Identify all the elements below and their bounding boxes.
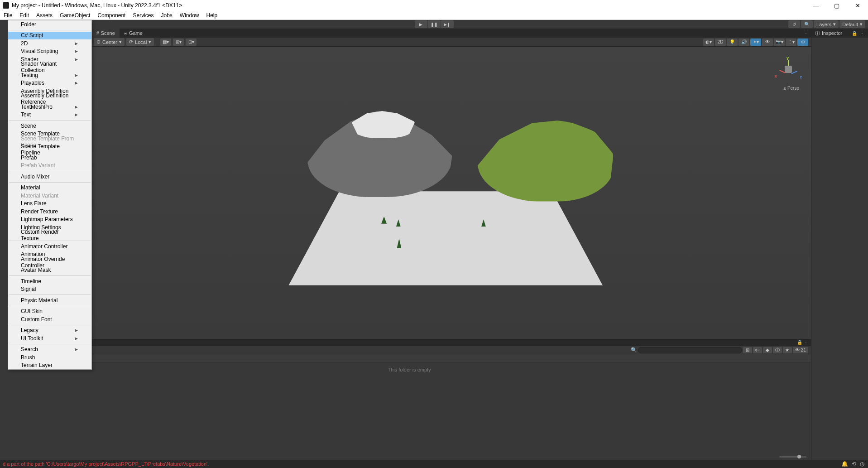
close-button[interactable]: ✕ <box>847 0 868 11</box>
context-menu-label: Render Texture <box>21 208 58 215</box>
snap-settings-button[interactable]: ⊡▾ <box>186 39 197 46</box>
menu-edit[interactable]: Edit <box>16 11 33 19</box>
tool-handle-pivot[interactable]: ⊙Center▾ <box>94 38 125 46</box>
inspector-tab-label[interactable]: Inspector <box>822 30 842 36</box>
gizmos-dropdown[interactable]: ⋮▾ <box>786 39 796 46</box>
context-menu-item[interactable]: Shader Variant Collection <box>8 63 91 72</box>
context-menu-item[interactable]: Assembly Definition Reference <box>8 95 91 103</box>
persp-label[interactable]: ≤ Persp <box>784 86 799 91</box>
favorite-icon[interactable]: ★ <box>783 347 792 353</box>
grid-snap-button[interactable]: ▦▾ <box>160 39 171 46</box>
context-menu-item[interactable]: Visual Scripting▶ <box>8 48 91 56</box>
create-asset-context-menu: FolderC# Script2D▶Visual Scripting▶Shade… <box>8 20 92 370</box>
context-menu-item[interactable]: GUI Skin <box>8 308 91 316</box>
context-menu-item[interactable]: Scene <box>8 122 91 130</box>
search-by-type-button[interactable]: ⊞ <box>743 347 752 353</box>
context-menu-item[interactable]: 2D▶ <box>8 39 91 48</box>
thumbnail-size-slider[interactable] <box>779 456 806 458</box>
lock-icon[interactable]: 🔒 <box>852 31 857 36</box>
2d-toggle-button[interactable]: 2D <box>715 39 726 46</box>
context-menu-item[interactable]: Audio Mixer <box>8 173 91 181</box>
save-search-button[interactable]: ◆ <box>763 347 772 353</box>
context-menu-label: Signal <box>21 286 36 292</box>
gizmo-cube[interactable] <box>785 66 792 73</box>
context-menu-item[interactable]: Timeline <box>8 277 91 285</box>
search-by-label-button[interactable]: 🏷 <box>753 347 762 353</box>
search-button[interactable]: 🔍 <box>801 20 813 28</box>
settings-icon[interactable]: ⓘ <box>773 347 782 353</box>
context-menu-item[interactable]: TextMeshPro▶ <box>8 103 91 111</box>
layout-dropdown[interactable]: Default▾ <box>839 20 865 28</box>
orientation-gizmo[interactable]: y x z <box>775 56 802 83</box>
pause-button[interactable]: ❚❚ <box>428 20 441 28</box>
status-error-message[interactable]: d a part of the path 'C:\Users\targo\My … <box>0 461 209 467</box>
gizmo-toggle[interactable]: ⚙ <box>797 39 808 46</box>
gizmo-x-axis[interactable]: x <box>775 74 777 78</box>
context-menu-item[interactable]: C# Script <box>8 32 91 40</box>
context-menu-item[interactable]: Brush <box>8 353 91 362</box>
menu-jobs[interactable]: Jobs <box>157 11 176 19</box>
context-menu-label: Material <box>21 184 40 191</box>
fx-toggle[interactable]: ✦▾ <box>750 39 761 46</box>
context-menu-item[interactable]: Custom Render Texture <box>8 232 91 240</box>
minimize-button[interactable]: — <box>806 0 826 11</box>
camera-settings-button[interactable]: 📷▾ <box>774 39 785 46</box>
hidden-count[interactable]: 👁21 <box>793 347 808 353</box>
gizmo-y-axis[interactable]: y <box>786 56 789 60</box>
step-button[interactable]: ▶❙ <box>441 20 454 28</box>
context-menu-item[interactable]: Render Texture <box>8 207 91 216</box>
context-menu-label: UI Toolkit <box>21 335 43 342</box>
panel-options-icon[interactable]: ⋮ <box>804 31 808 36</box>
menu-component[interactable]: Component <box>94 11 129 19</box>
tab-scene[interactable]: #Scene <box>92 29 120 38</box>
lock-icon[interactable]: 🔒 <box>797 340 802 346</box>
audio-toggle[interactable]: 🔊 <box>739 39 749 46</box>
snap-increment-button[interactable]: ⊞▾ <box>173 39 184 46</box>
tab-game[interactable]: ∞Game <box>120 29 147 38</box>
context-menu-item[interactable]: UI Toolkit▶ <box>8 334 91 343</box>
menu-window[interactable]: Window <box>176 11 203 19</box>
context-menu-item[interactable]: Lens Flare <box>8 200 91 208</box>
context-menu-item[interactable]: Custom Font <box>8 315 91 323</box>
context-menu-item[interactable]: Animator Controller <box>8 242 91 251</box>
menu-gameobject[interactable]: GameObject <box>56 11 94 19</box>
context-menu-item[interactable]: Avatar Mask <box>8 266 91 275</box>
draw-mode-button[interactable]: ◐▾ <box>703 39 714 46</box>
context-menu-label: Search <box>21 346 38 352</box>
layers-dropdown[interactable]: Layers▾ <box>814 20 839 28</box>
project-search-input[interactable] <box>638 347 742 353</box>
eye-off-icon: 👁 <box>795 347 800 352</box>
gizmo-z-axis[interactable]: z <box>800 75 802 79</box>
menu-services[interactable]: Services <box>129 11 157 19</box>
project-breadcrumb[interactable]: Scripts <box>8 354 811 362</box>
panel-options-icon[interactable]: ⋮ <box>860 31 864 36</box>
play-button[interactable]: ▶ <box>415 20 427 28</box>
context-menu-item[interactable]: Lightmap Parameters <box>8 216 91 224</box>
menu-help[interactable]: Help <box>203 11 221 19</box>
lighting-toggle[interactable]: 💡 <box>727 39 738 46</box>
context-menu-item[interactable]: Signal <box>8 285 91 294</box>
menu-file[interactable]: File <box>0 11 16 19</box>
context-menu-item[interactable]: Material <box>8 184 91 192</box>
context-menu-item[interactable]: Search▶ <box>8 346 91 354</box>
context-menu-item[interactable]: Text▶ <box>8 111 91 119</box>
scene-view[interactable]: ▸ ▸ ▸ ▸ ▸ ▸ ≡ ✋ <box>8 47 811 339</box>
progress-icon[interactable]: ◷ <box>860 461 864 467</box>
menu-assets[interactable]: Assets <box>33 11 56 19</box>
hidden-objects-toggle[interactable]: 👁 <box>762 39 773 46</box>
tool-handle-rotation[interactable]: ⟳Local▾ <box>126 38 154 46</box>
context-menu-item[interactable]: Playables▶ <box>8 79 91 87</box>
context-menu-item[interactable]: Folder <box>8 20 91 29</box>
context-menu-item[interactable]: Scene Template Pipeline <box>8 146 91 154</box>
maximize-button[interactable]: ▢ <box>826 0 847 11</box>
undo-history-button[interactable]: ↺ <box>788 20 800 28</box>
context-menu-item[interactable]: Animator Override Controller <box>8 258 91 266</box>
context-menu-item[interactable]: Physic Material <box>8 296 91 304</box>
notification-icon[interactable]: 🔔 <box>841 461 848 467</box>
context-menu-item[interactable]: Legacy▶ <box>8 327 91 335</box>
scene-render-area[interactable] <box>70 47 811 339</box>
autorefresh-icon[interactable]: ⟲ <box>852 461 856 467</box>
context-menu-label: Scene <box>21 123 36 129</box>
context-menu-item[interactable]: Terrain Layer <box>8 362 91 370</box>
panel-options-icon[interactable]: ⋮ <box>804 340 808 346</box>
